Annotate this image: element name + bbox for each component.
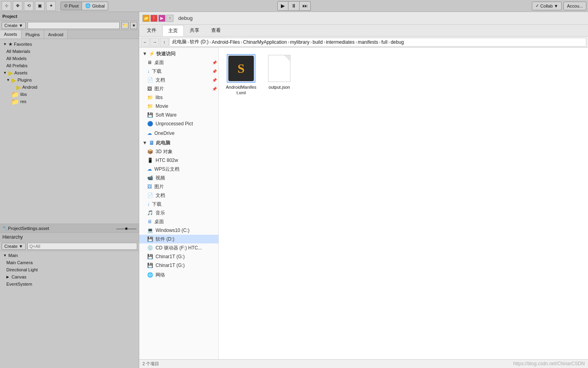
ribbon-tab-file[interactable]: 文件 [141, 25, 162, 36]
sidebar-item-pictures1[interactable]: 🖼 图片 📌 [139, 84, 218, 93]
hierarchy-search-input[interactable] [27, 243, 137, 250]
global-button[interactable]: 🌐 Global [82, 2, 108, 10]
hierarchy-create-button[interactable]: Create ▼ [2, 243, 26, 250]
collab-button[interactable]: ✓ Collab ▼ [532, 2, 562, 10]
tree-main-scene[interactable]: ▼ Main [0, 252, 139, 259]
project-search-input[interactable] [27, 22, 120, 29]
sidebar-item-drive-d[interactable]: 💾 软件 (D:) [139, 235, 218, 243]
sidebar-item-wps[interactable]: ☁ WPS云文档 [139, 165, 218, 173]
pause-button[interactable]: ⏸ [288, 1, 300, 11]
quick-access-header[interactable]: ▼ ⚡ 快速访问 [139, 49, 218, 58]
canvas-arrow-icon: ▶ [6, 275, 10, 279]
quick-access-arrow-icon: ▼ [142, 51, 147, 56]
music-icon: 🎵 [147, 210, 153, 216]
sidebar-item-desktop1[interactable]: 🖥 桌面 📌 [139, 58, 218, 67]
sidebar-item-software[interactable]: 💾 Soft Ware [139, 111, 218, 119]
address-path[interactable]: 此电脑 › 软件 (D:) › Android-Files › ChinarMy… [169, 38, 586, 47]
pin4-icon: 📌 [212, 87, 217, 91]
tree-all-models[interactable]: All Models [0, 55, 139, 62]
sidebar-item-desktop2[interactable]: 🖥 桌面 [139, 217, 218, 226]
plugins-folder-icon: ▶ [12, 76, 16, 84]
wps-label: WPS云文档 [154, 166, 179, 173]
sidebar-item-htc[interactable]: 📱 HTC 802w [139, 156, 218, 165]
pivot-button[interactable]: ⊙ Pivot [60, 2, 82, 10]
drive-d-label: 软件 (D:) [156, 236, 174, 243]
transform-tool-btn[interactable]: ⊹ [2, 1, 11, 11]
tree-libs[interactable]: 📁 libs [0, 91, 139, 98]
sidebar-item-video[interactable]: 📹 视频 [139, 173, 218, 182]
sidebar-item-onedrive[interactable]: ☁ OneDrive [139, 129, 218, 138]
fe-orange-icon-btn[interactable]: ! [150, 15, 158, 22]
sidebar-item-drive-g1[interactable]: 💾 Chinar1T (G:) [139, 252, 218, 261]
manifest-s-letter: S [238, 61, 245, 76]
this-pc-header[interactable]: ▼ 🖥 此电脑 [139, 138, 218, 147]
sidebar-item-3d[interactable]: 📦 3D 对象 [139, 147, 218, 156]
collab-label: Collab ▼ [540, 4, 558, 8]
sidebar-item-libs[interactable]: 📁 libs [139, 93, 218, 102]
tree-android[interactable]: ▶ Android [0, 84, 139, 91]
sidebar-item-pictures2[interactable]: 🖼 图片 [139, 182, 218, 191]
tree-assets[interactable]: ▼ ▶ Assets [0, 69, 139, 76]
sidebar-item-unprocessed[interactable]: 🔵 Unprocessed Pict [139, 119, 218, 128]
tree-eventsystem[interactable]: EventSystem [0, 280, 139, 288]
tree-all-materials[interactable]: All Materials [0, 48, 139, 55]
tab-assets[interactable]: Assets [0, 30, 21, 39]
htc-icon: 📱 [147, 158, 153, 163]
sidebar-item-docs2[interactable]: 📄 文档 [139, 191, 218, 200]
step-button[interactable]: ⏭ [300, 1, 311, 11]
sidebar-item-downloads2[interactable]: ↓ 下载 [139, 200, 218, 208]
htc-label: HTC 802w [156, 158, 178, 163]
tree-directional-light[interactable]: Directional Light [0, 266, 139, 273]
addr-up-btn[interactable]: ↑ [160, 38, 169, 47]
docs2-label: 文档 [156, 192, 165, 199]
plugins-label: Plugins [18, 78, 32, 82]
tree-res[interactable]: 📁 res [0, 98, 139, 105]
sidebar-item-drive-g2[interactable]: 💾 Chinar1T (G:) [139, 261, 218, 270]
tab-android[interactable]: Android [44, 30, 68, 39]
drive-g1-icon: 💾 [147, 254, 153, 259]
project-star-btn[interactable]: ★ [130, 22, 137, 29]
tree-plugins[interactable]: ▼ ▶ Plugins [0, 76, 139, 84]
addr-build: build [313, 39, 323, 45]
sidebar-item-downloads1[interactable]: ↓ 下载 📌 [139, 67, 218, 76]
project-create-button[interactable]: Create ▼ [2, 22, 26, 29]
project-folder-btn[interactable]: 📁 [121, 22, 129, 29]
addr-back-btn[interactable]: ← [141, 38, 150, 47]
assets-label: Assets [14, 70, 27, 75]
desktop2-icon: 🖥 [147, 219, 152, 224]
addr-forward-btn[interactable]: → [150, 38, 159, 47]
ribbon-tab-view[interactable]: 查看 [205, 25, 227, 36]
sidebar-item-movie[interactable]: 📁 Movie [139, 102, 218, 111]
sidebar-item-drive-c[interactable]: 💻 Windows10 (C:) [139, 226, 218, 235]
file-item-output[interactable]: output.json [263, 54, 295, 90]
tab-plugins[interactable]: Plugins [21, 30, 44, 39]
ribbon-tab-share[interactable]: 共享 [184, 25, 205, 36]
scale-tool-btn[interactable]: ⟲ [24, 1, 33, 11]
tree-favorites[interactable]: ▼ ★ Favorites [0, 41, 139, 48]
account-button[interactable]: Accou... [563, 2, 586, 10]
tree-all-prefabs[interactable]: All Prefabs [0, 62, 139, 69]
docs1-label: 文档 [156, 77, 165, 84]
fe-titlebar: 📁 ! ▶ ↑ debug [139, 12, 588, 25]
sidebar-item-network[interactable]: 🌐 网络 [139, 271, 218, 279]
tree-canvas[interactable]: ▶ Canvas [0, 273, 139, 280]
rotate-tool-btn[interactable]: ✥ [13, 1, 22, 11]
fe-pink-icon-btn[interactable]: ▶ [158, 15, 165, 22]
sidebar-item-drive-f[interactable]: 💿 CD 驱动器 (F:) HTC... [139, 243, 218, 252]
play-button[interactable]: ▶ [277, 1, 288, 11]
multi-tool-btn[interactable]: ✦ [46, 1, 56, 11]
fe-folder-icon-btn[interactable]: 📁 [142, 15, 150, 22]
sidebar-item-music[interactable]: 🎵 音乐 [139, 208, 218, 217]
rect-tool-btn[interactable]: ▣ [35, 1, 45, 11]
project-panel-title: Project [2, 14, 17, 19]
tree-main-camera[interactable]: Main Camera [0, 259, 139, 266]
movie-icon: 📁 [147, 103, 153, 109]
global-label: Global [92, 4, 105, 8]
ribbon-tab-home[interactable]: 主页 [162, 25, 184, 36]
file-item-manifest[interactable]: S AndroidManifest.xml [225, 54, 257, 96]
sidebar-item-docs1[interactable]: 📄 文档 📌 [139, 76, 218, 84]
video-label: 视频 [156, 175, 165, 181]
pivot-global-toggle: ⊙ Pivot 🌐 Global [60, 2, 108, 10]
fe-arrow-up-btn[interactable]: ↑ [166, 15, 173, 22]
android-label: Android [22, 85, 37, 90]
